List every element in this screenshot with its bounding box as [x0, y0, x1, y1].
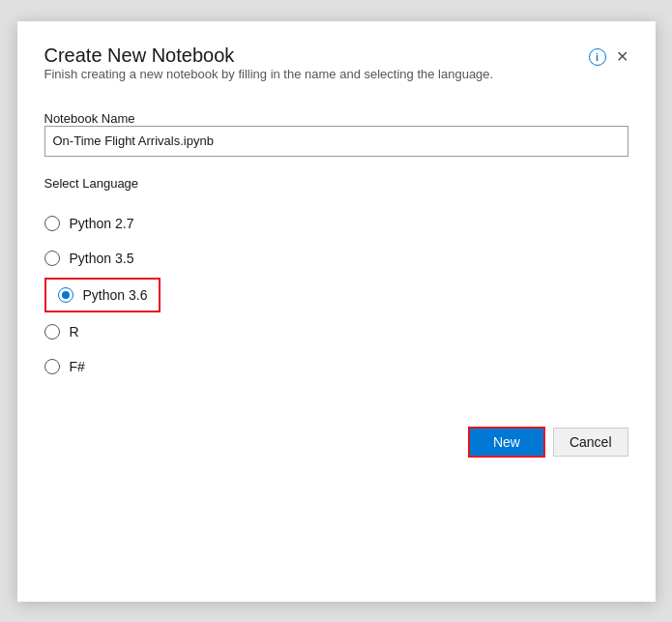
radio-wrapper-python36	[58, 287, 73, 303]
dialog-title: Create New Notebook	[44, 44, 494, 67]
notebook-name-input[interactable]	[44, 126, 628, 157]
dialog-subtitle: Finish creating a new notebook by fillin…	[44, 67, 494, 81]
radio-inner-python36	[62, 291, 70, 299]
create-notebook-dialog: Create New Notebook Finish creating a ne…	[17, 21, 656, 602]
dialog-header: Create New Notebook Finish creating a ne…	[44, 44, 628, 104]
notebook-name-label: Notebook Name	[44, 111, 135, 126]
radio-item-python36[interactable]: Python 3.6	[44, 276, 628, 314]
cancel-button[interactable]: Cancel	[553, 428, 628, 457]
close-icon[interactable]: ✕	[616, 49, 628, 65]
radio-label-python35: Python 3.5	[70, 251, 134, 266]
radio-wrapper-r	[44, 324, 60, 340]
radio-item-r[interactable]: R	[44, 314, 628, 349]
radio-label-fsharp: F#	[70, 359, 85, 374]
radio-outer-fsharp	[44, 359, 60, 374]
radio-label-python27: Python 2.7	[70, 216, 134, 231]
radio-wrapper-python27	[44, 216, 60, 231]
radio-wrapper-fsharp	[44, 359, 60, 374]
radio-item-python27[interactable]: Python 2.7	[44, 206, 628, 241]
new-button[interactable]: New	[468, 427, 545, 458]
language-radio-group: Python 2.7 Python 3.5 Python 3.6	[44, 206, 628, 384]
radio-item-python35[interactable]: Python 3.5	[44, 241, 628, 276]
radio-item-fsharp[interactable]: F#	[44, 349, 628, 384]
selected-radio-container: Python 3.6	[44, 278, 161, 312]
radio-outer-r	[44, 324, 60, 340]
radio-outer-python36	[58, 287, 73, 303]
language-label: Select Language	[44, 176, 628, 191]
language-section: Select Language Python 2.7 Python 3.5	[44, 176, 628, 384]
dialog-footer: New Cancel	[44, 415, 628, 458]
radio-label-python36: Python 3.6	[83, 287, 148, 303]
radio-wrapper-python35	[44, 251, 60, 266]
info-icon[interactable]: i	[589, 48, 606, 66]
radio-outer-python35	[44, 251, 60, 266]
header-icons: i ✕	[589, 48, 628, 66]
radio-label-r: R	[70, 324, 79, 340]
radio-outer-python27	[44, 216, 60, 231]
dialog-title-section: Create New Notebook Finish creating a ne…	[44, 44, 494, 104]
notebook-name-field: Notebook Name	[44, 110, 628, 176]
